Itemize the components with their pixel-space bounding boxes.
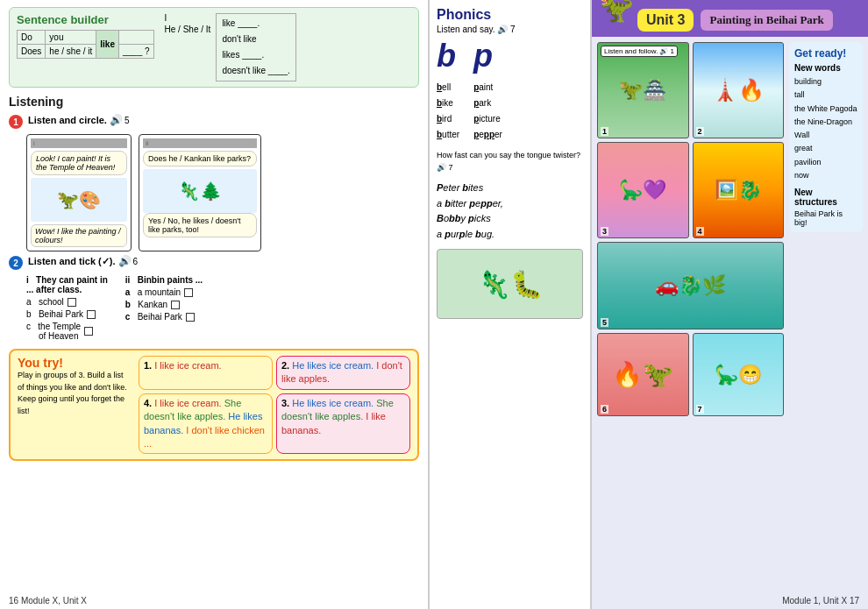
activity-2-label: 2 [9, 256, 23, 270]
you-try-comic: 1. I like ice cream. 2. He likes ice cre… [139, 356, 410, 454]
panel-2-answer: Yes / No, he likes / doesn't like parks,… [143, 213, 257, 237]
tick-box-1c[interactable] [84, 327, 93, 336]
scene-7-art: 🦕😁 [715, 364, 762, 386]
activity-1-row: 1 Listen and circle. 🔊 5 [9, 114, 419, 129]
page-num-left: 16 Module X, Unit X [9, 596, 87, 605]
tick-item-1a: a school [26, 297, 108, 307]
activity-2-row: 2 Listen and tick (✓). 🔊 6 [9, 255, 419, 270]
unit-header: 🦖 Unit 3 Painting in Beihai Park [592, 0, 868, 37]
panel-2-header: ii [143, 138, 257, 148]
comic-panel-1: i Look! I can paint! It is the Temple of… [26, 134, 132, 251]
tick-box-1b[interactable] [87, 310, 96, 319]
new-structure-text: Beihai Park is big! [794, 209, 857, 227]
right-page: 🦖 Unit 3 Painting in Beihai Park Listen … [592, 0, 868, 609]
lf-speaker-icon: 🔊 [659, 47, 668, 55]
listening-title: Listening [9, 95, 419, 109]
tick-col-2: ii Binbin paints ... a a mountain b Kank… [125, 275, 203, 343]
panel-2-question: Does he / Kankan like parks? [143, 151, 257, 166]
panel-1-header: i [31, 138, 127, 148]
left-page: Sentence builder Do you like Does he / s… [0, 0, 430, 609]
sentence-builder: Sentence builder Do you like Does he / s… [9, 7, 419, 88]
scene-4-art: 🖼️🐉 [715, 179, 762, 202]
comic-grid: Listen and follow. 🔊 1 🦖🏯 1 🗼🔥 2 🦕💜 3 🖼️… [597, 42, 784, 588]
audio-icon-1: 🔊 5 [110, 114, 130, 126]
tongue-text: How fast can you say the tongue twister? [437, 151, 580, 159]
right-content: Listen and follow. 🔊 1 🦖🏯 1 🗼🔥 2 🦕💜 3 🖼️… [592, 37, 868, 593]
comic-scene-6: 🔥🦖 6 [597, 333, 689, 416]
scene-6-art: 🔥🦖 [612, 360, 673, 389]
phonics-title: Phonics [437, 7, 583, 23]
page-num-right: Module 1, Unit X 17 [782, 596, 859, 605]
tick-box-2c[interactable] [186, 313, 195, 322]
lf-num: 1 [670, 47, 673, 55]
tick-area: i They can paint in... after class. a sc… [26, 275, 419, 343]
comic-scene-3: 🦕💜 3 [597, 142, 689, 238]
phonics-letter-p: p [473, 38, 493, 74]
unit-title: Painting in Beihai Park [701, 10, 832, 31]
scene-4-num: 4 [696, 227, 704, 236]
you-try-section: You try! Play in groups of 3. Build a li… [9, 349, 419, 461]
sb-options: like ____. don't like likes ____. doesn'… [216, 13, 296, 81]
scene-1-num: 1 [601, 127, 608, 136]
tick-col-1-title: i They can paint in... after class. [26, 275, 108, 294]
comic-scene-4: 🖼️🐉 4 [693, 142, 785, 238]
comic-scene-1: Listen and follow. 🔊 1 🦖🏯 1 [597, 42, 689, 138]
word-white-pagoda: the White Pagoda [794, 103, 857, 116]
scene-7-num: 7 [696, 405, 704, 414]
sentence-builder-table: Do you like Does he / she / it ____ ? [17, 30, 154, 59]
tick-col-2-title: ii Binbin paints ... [125, 275, 203, 285]
scene-5-art: 🚗🐉🌿 [655, 274, 726, 297]
word-nine-dragon: the Nine-Dragon Wall [794, 116, 857, 143]
speaker-icon-2: 🔊 [118, 255, 132, 267]
phonics-listen: Listen and say. 🔊 7 [437, 25, 583, 34]
tick-item-1c: c the Temple of Heaven [26, 322, 108, 341]
panel-1-caption: Wow! I like the painting / colours! [31, 224, 127, 247]
word-great: great [794, 142, 857, 155]
audio-icon-phonics: 🔊 [497, 25, 510, 34]
comic-scene-2: 🗼🔥 2 [693, 42, 785, 138]
tongue-num: 7 [449, 163, 453, 172]
tongue-audio: 🔊 [437, 163, 449, 172]
speech-bubble-grid: 1. I like ice cream. 2. He likes ice cre… [139, 356, 410, 454]
tick-box-2b[interactable] [171, 301, 180, 309]
scene-2-num: 2 [696, 127, 704, 136]
tongue-twister-poem: Peter bites a bitter pepper, Bobby picks… [437, 181, 583, 242]
unit-title-text: Painting in Beihai Park [709, 13, 823, 26]
comic-scene-7: 🦕😁 7 [693, 333, 785, 416]
listen-circle-text: Listen and circle. [28, 115, 107, 125]
tick-item-2b: b Kankan [125, 300, 203, 309]
unit-badge: Unit 3 [637, 9, 694, 32]
get-ready-box: Get ready! New words building tall the W… [789, 42, 863, 232]
new-words-title: New words [794, 63, 857, 73]
phonics-section: Phonics Listen and say. 🔊 7 b p bell bik… [430, 0, 592, 609]
word-tall: tall [794, 89, 857, 102]
you-try-left: You try! Play in groups of 3. Build a li… [18, 356, 132, 454]
speech-bubble-4: 4. I like ice cream. She doesn't like ap… [139, 393, 273, 455]
tick-box-2a[interactable] [184, 288, 193, 297]
comic-scene-5: 🚗🐉🌿 5 [597, 242, 784, 329]
new-structures-title: New structures [794, 188, 857, 207]
panel-2-art: 🦎🌲 [143, 169, 257, 213]
activity-1-label: 1 [9, 115, 23, 129]
tick-item-2c: c Beihai Park [125, 312, 203, 322]
word-now: now [794, 169, 857, 182]
comic-panel-2: ii Does he / Kankan like parks? 🦎🌲 Yes /… [139, 134, 261, 251]
phonics-col-b: bell bike bird butter [437, 80, 459, 143]
header-decoration: 🦖 [599, 0, 634, 25]
sentence-builder-title: Sentence builder [17, 13, 154, 26]
tongue-twister-prompt: How fast can you say the tongue twister?… [437, 150, 583, 173]
listen-circle-panels: i Look! I can paint! It is the Temple of… [26, 134, 419, 251]
speech-bubble-1: 1. I like ice cream. [139, 356, 273, 390]
tick-col-1: i They can paint in... after class. a sc… [26, 275, 108, 343]
audio-icon-2: 🔊 6 [118, 255, 139, 267]
tick-box-1a[interactable] [68, 298, 76, 307]
new-structures-section: New structures Beihai Park is big! [794, 188, 857, 227]
speaker-icon: 🔊 [110, 114, 123, 126]
panel-1-art: 🦖🎨 [31, 178, 127, 222]
speech-bubble-3: 3. He likes ice cream. She doesn't like … [276, 393, 410, 455]
tick-item-1b: b Beihai Park [26, 309, 108, 319]
scene-3-art: 🦕💜 [619, 179, 666, 202]
audio-num-2: 6 [133, 257, 139, 266]
word-building: building [794, 75, 857, 89]
scene-2-art: 🗼🔥 [712, 78, 765, 103]
